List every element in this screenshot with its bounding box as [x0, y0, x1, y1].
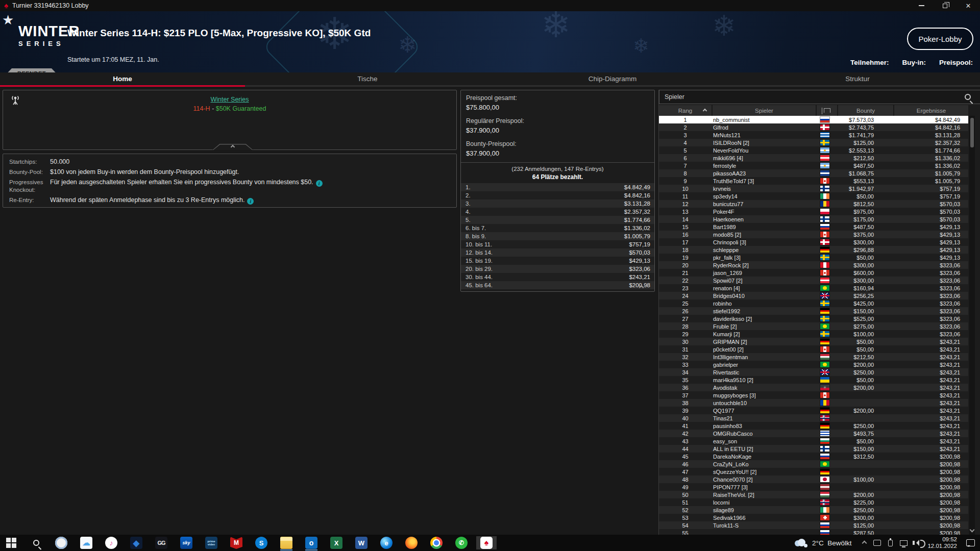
table-row[interactable]: 26stiefel1992$150,00$323,06	[659, 307, 968, 315]
column-header-flag[interactable]	[817, 105, 837, 116]
taskbar-clock[interactable]: 09:52 12.01.2022	[927, 536, 957, 549]
column-header-bounty[interactable]: Bounty	[838, 105, 893, 116]
poker-lobby-button[interactable]: Poker-Lobby	[907, 28, 973, 50]
notification-center-icon[interactable]	[966, 539, 975, 546]
tray-expand-icon[interactable]	[862, 540, 867, 545]
info-icon[interactable]: i	[247, 198, 254, 205]
player-search-field[interactable]: Spieler	[659, 90, 980, 104]
display-tray-icon[interactable]	[873, 540, 881, 546]
ggpoker[interactable]: GG	[151, 536, 172, 549]
minimize-button[interactable]	[910, 0, 933, 11]
network-tray-icon[interactable]	[900, 540, 908, 546]
table-row[interactable]: 12bunicutzu77$812,50$570,03	[659, 200, 968, 208]
close-button[interactable]: ✕	[957, 0, 980, 11]
table-row[interactable]: 51locorni$225,00$200,98	[659, 498, 968, 506]
table-row[interactable]: 44ALL in EETU [2]$150,00$243,21	[659, 445, 968, 453]
table-row[interactable]: 40Tinas21$243,21	[659, 414, 968, 422]
title-bar[interactable]: ♠ Turnier 3319462130 Lobby ✕	[0, 0, 980, 11]
scroll-down-icon[interactable]	[970, 528, 975, 533]
restore-button[interactable]	[933, 0, 957, 11]
mcafee[interactable]: M	[226, 536, 247, 549]
itunes[interactable]: ♪	[101, 536, 121, 549]
winter-series-link[interactable]: Winter Series	[210, 96, 249, 103]
whatsapp[interactable]: ✆	[451, 536, 472, 549]
table-row[interactable]: 4ISILDRooN [2]$125,00$2.357,32	[659, 139, 968, 146]
table-row[interactable]: 20RyderRock [2]$300,00$323,06	[659, 261, 968, 269]
table-row[interactable]: 32Int3lligentman$212,50$243,21	[659, 353, 968, 361]
column-header-player[interactable]: Spieler	[713, 105, 816, 116]
table-row[interactable]: 19pkr_falk [3]$50,00$429,13	[659, 254, 968, 261]
table-row[interactable]: 35mari4ka9510 [2]$50,00$243,21	[659, 376, 968, 384]
table-row[interactable]: 29Kumarji [2]$100,00$323,06	[659, 330, 968, 338]
tab-tische[interactable]: Tische	[245, 72, 490, 85]
table-row[interactable]: 50RaiseTheVol. [2]$200,00$200,98	[659, 491, 968, 498]
weather-text[interactable]: 2°C Bewölkt	[812, 539, 851, 547]
table-row[interactable]: 31p0cket00 [2]$50,00$243,21	[659, 345, 968, 353]
table-row[interactable]: 6mikki696 [4]$212,50$1.336,02	[659, 154, 968, 162]
table-row[interactable]: 13Poker4F$975,00$570,03	[659, 208, 968, 215]
table-row[interactable]: 30GRIPMAN [2]$50,00$243,21	[659, 338, 968, 345]
table-row[interactable]: 1nb_communist$7.573,03$4.842,49	[659, 116, 968, 123]
table-row[interactable]: 24Bridges0410$256,25$323,06	[659, 292, 968, 299]
table-row[interactable]: 55$287,50$200,98	[659, 529, 968, 535]
table-row[interactable]: 18schlepppe$296,88$429,13	[659, 246, 968, 254]
table-row[interactable]: 16modo85 [2]$375,00$429,13	[659, 231, 968, 238]
prime-video[interactable]: prime video	[201, 536, 222, 549]
table-row[interactable]: 15Bart1989$487,50$429,13	[659, 223, 968, 231]
table-row[interactable]: 42OMGRubCasco$493,75$243,21	[659, 430, 968, 437]
table-row[interactable]: 17Chrinopoli [3]$300,00$429,13	[659, 238, 968, 246]
search-icon[interactable]	[965, 94, 971, 100]
skype[interactable]: S	[251, 536, 272, 549]
excel[interactable]: X	[326, 536, 347, 549]
table-row[interactable]: 27davideriksso [2]$525,00$323,06	[659, 315, 968, 322]
tab-struktur[interactable]: Struktur	[735, 72, 980, 85]
info-icon[interactable]: i	[316, 180, 323, 187]
table-row[interactable]: 7ferrostyle$487,50$1.336,02	[659, 162, 968, 169]
table-row[interactable]: 48Chance0070 [2]$100,00$200,98	[659, 475, 968, 483]
table-row[interactable]: 47sQuezzeYoU!! [2]$200,98	[659, 468, 968, 475]
table-row[interactable]: 2Glfrod$2.743,75$4.842,16	[659, 123, 968, 131]
table-row[interactable]: 38untouchble10$243,21	[659, 399, 968, 407]
edge[interactable]: e	[376, 536, 397, 549]
word[interactable]: W	[351, 536, 372, 549]
outlook[interactable]: o	[301, 536, 322, 549]
column-header-results[interactable]: Ergebnisse	[894, 105, 968, 116]
table-row[interactable]: 22Spowi07 [2]$300,00$323,06	[659, 277, 968, 284]
firefox[interactable]	[401, 536, 422, 549]
table-row[interactable]: 3MrNuts121$1.741,79$3.131,28	[659, 131, 968, 139]
table-row[interactable]: 43easy_son$50,00$243,21	[659, 437, 968, 445]
table-row[interactable]: 52silage89$250,00$200,98	[659, 506, 968, 514]
app-light-circle[interactable]	[51, 536, 71, 549]
collapse-handle[interactable]	[212, 144, 253, 150]
table-row[interactable]: 8pikassoAA23$1.068,75$1.005,79	[659, 169, 968, 177]
table-row[interactable]: 37muggsyboges [3]$243,21	[659, 391, 968, 399]
table-row[interactable]: 36Avodistak★$200,00$243,21	[659, 384, 968, 391]
icloud[interactable]: ☁	[76, 536, 96, 549]
blue-diamond-app[interactable]: ◆	[126, 536, 146, 549]
sky[interactable]: sky	[176, 536, 197, 549]
start-button[interactable]	[1, 536, 21, 549]
table-row[interactable]: 25robinho$425,00$323,06	[659, 299, 968, 307]
tab-chip-diagramm[interactable]: Chip-Diagramm	[490, 72, 735, 85]
table-row[interactable]: 28Fruble [2]$275,00$323,06	[659, 322, 968, 330]
table-row[interactable]: 33gabrielper$200,00$243,21	[659, 361, 968, 368]
table-row[interactable]: 21jason_1269$600,00$323,06	[659, 269, 968, 277]
table-row[interactable]: 39QQ1977$200,00$243,21	[659, 407, 968, 414]
table-row[interactable]: 34Rivertastic$250,00$243,21	[659, 368, 968, 376]
table-row[interactable]: 45DarekaNoKage$312,50$200,98	[659, 453, 968, 460]
table-row[interactable]: 10krvneis$1.942,97$757,19	[659, 185, 968, 192]
table-row[interactable]: 23renaton [4]$160,94$323,06	[659, 284, 968, 292]
usb-tray-icon[interactable]	[888, 540, 893, 546]
table-row[interactable]: 49PIPON777 [3]$200,98	[659, 483, 968, 491]
table-row[interactable]: 11sp3edy14$50,00$757,19	[659, 192, 968, 200]
table-row[interactable]: 53Sedivak1966$300,00$200,98	[659, 514, 968, 521]
pokerstars[interactable]: ♠	[476, 536, 497, 549]
chrome[interactable]	[426, 536, 447, 549]
file-explorer[interactable]	[276, 536, 297, 549]
table-row[interactable]: 9TruthBeTold7 [3]$553,13$1.005,79	[659, 177, 968, 185]
column-header-rank[interactable]: Rang	[659, 105, 712, 116]
table-row[interactable]: 41pausinho83$250,00$243,21	[659, 422, 968, 430]
table-row[interactable]: 46CraZyN_LoKo$200,98	[659, 460, 968, 468]
weather-cloud-icon[interactable]	[794, 539, 807, 546]
table-row[interactable]: 14Haerkoenen$175,00$570,03	[659, 215, 968, 223]
